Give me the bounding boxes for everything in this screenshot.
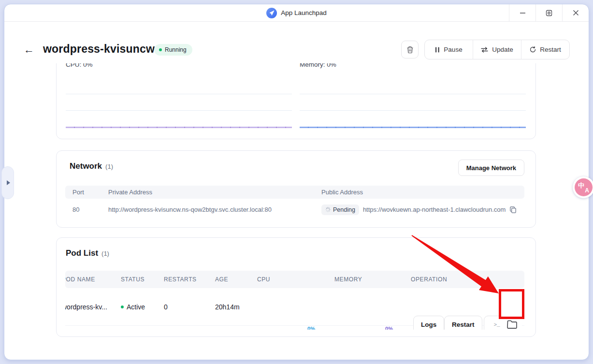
pending-badge: Pending: [321, 204, 359, 215]
pause-label: Pause: [444, 46, 462, 53]
copy-icon[interactable]: [509, 206, 517, 213]
gridline: [66, 94, 292, 94]
pod-memory-sparkline: 0%: [333, 306, 393, 330]
gridline: [300, 94, 526, 94]
manage-network-button[interactable]: Manage Network: [458, 160, 524, 176]
col-age: AGE: [215, 271, 228, 288]
pod-list-section-title: Pod List(1): [66, 248, 109, 258]
restart-label: Restart: [540, 46, 561, 53]
back-button[interactable]: ←: [24, 44, 34, 56]
pod-restart-button[interactable]: Restart: [444, 316, 482, 330]
restart-button[interactable]: Restart: [521, 40, 569, 59]
monitor-card: CPU: 0% Memory: 0%: [56, 63, 536, 139]
pause-icon: [435, 47, 440, 53]
gridline: [300, 110, 526, 111]
pod-name-value: wordpress-kv...: [65, 288, 107, 325]
trash-icon: [406, 46, 414, 54]
content-scroll-area[interactable]: CPU: 0% Memory: 0% Network(1) Manage Net…: [4, 63, 589, 360]
app-window: App Launchpad ← wordpress-kvisuncw Runni…: [4, 4, 589, 360]
status-badge-label: Running: [165, 46, 187, 53]
col-port: Port: [72, 186, 84, 199]
close-button[interactable]: [562, 4, 589, 21]
col-pod-name: POD NAME: [65, 271, 95, 288]
restore-button[interactable]: [535, 4, 562, 21]
active-dot-icon: [121, 306, 124, 308]
col-restarts: RESTARTS: [164, 271, 197, 288]
sidebar-expand-handle[interactable]: [1, 166, 14, 199]
cpu-chart-label: CPU: 0%: [66, 63, 93, 68]
running-dot-icon: [159, 48, 162, 51]
pod-table-row: wordpress-kv... Active 0 20h14m 0% 0%: [65, 288, 524, 326]
network-table-header: Port Private Address Public Address: [65, 186, 524, 199]
network-count: (1): [105, 163, 113, 170]
gridline: [66, 110, 292, 111]
pod-age-value: 20h14m: [215, 288, 240, 325]
col-public-address: Public Address: [321, 186, 363, 199]
port-value: 80: [72, 199, 79, 220]
public-address-value[interactable]: https://wovkuewn.ap-northeast-1.clawclou…: [363, 206, 506, 213]
minimize-button[interactable]: [509, 4, 535, 21]
file-manager-button[interactable]: [503, 316, 522, 330]
titlebar: App Launchpad: [4, 4, 589, 22]
col-cpu: CPU: [257, 271, 270, 288]
memory-usage-line: [300, 127, 526, 128]
translate-zh-glyph: 中: [578, 181, 584, 190]
pod-cpu-sparkline: 0%: [256, 306, 315, 330]
delete-button[interactable]: [401, 41, 419, 58]
window-title: App Launchpad: [281, 9, 327, 16]
pod-list-count: (1): [101, 250, 109, 257]
update-button[interactable]: Update: [473, 40, 521, 59]
pending-label: Pending: [333, 206, 355, 213]
translate-icon: 中 A: [575, 178, 593, 196]
update-label: Update: [492, 46, 513, 53]
spinner-icon: [325, 207, 331, 212]
page-title: wordpress-kvisuncw: [43, 43, 155, 56]
network-table-row: 80 http://wordpress-kvisuncw.ns-qow2btgv…: [65, 199, 524, 220]
logs-button[interactable]: Logs: [413, 316, 444, 330]
terminal-icon: >_: [493, 322, 500, 328]
col-private-address: Private Address: [108, 186, 152, 199]
col-status: STATUS: [121, 271, 145, 288]
public-address-cell: Pending https://wovkuewn.ap-northeast-1.…: [321, 199, 517, 220]
restart-icon: [530, 46, 536, 53]
pause-button[interactable]: Pause: [425, 40, 473, 59]
col-memory: MEMORY: [334, 271, 362, 288]
pod-restarts-value: 0: [164, 288, 168, 325]
pod-table: POD NAME STATUS RESTARTS AGE CPU MEMORY …: [65, 271, 524, 330]
status-badge: Running: [154, 44, 192, 56]
translate-fab[interactable]: 中 A: [573, 176, 593, 198]
pod-list-card: Pod List(1) POD NAME STATUS RESTARTS AGE…: [56, 237, 536, 337]
pod-memory-percent: 0%: [385, 326, 393, 330]
cpu-chart: CPU: 0%: [66, 63, 292, 139]
app-action-buttons: Pause Update Restart: [424, 40, 570, 59]
folder-icon: [507, 320, 518, 329]
memory-chart-label: Memory: 0%: [300, 63, 336, 68]
private-address-value: http://wordpress-kvisuncw.ns-qow2btgv.sv…: [108, 199, 272, 220]
pod-status-cell: Active: [121, 288, 145, 325]
pod-status-value: Active: [127, 303, 145, 311]
pod-list-title: Pod List: [66, 248, 98, 258]
translate-en-glyph: A: [585, 187, 589, 194]
cpu-usage-line: [66, 127, 292, 128]
chevron-right-icon: [7, 180, 10, 185]
network-section-title: Network(1): [70, 161, 113, 171]
pod-table-header: POD NAME STATUS RESTARTS AGE CPU MEMORY …: [65, 271, 524, 288]
window-controls: [509, 4, 589, 21]
network-card: Network(1) Manage Network Port Private A…: [56, 150, 536, 228]
network-title: Network: [70, 161, 102, 171]
memory-chart: Memory: 0%: [300, 63, 526, 139]
update-icon: [481, 47, 488, 53]
pod-cpu-percent: 0%: [307, 326, 315, 330]
col-operation: OPERATION: [411, 271, 447, 288]
app-launchpad-logo-icon: [266, 8, 277, 18]
